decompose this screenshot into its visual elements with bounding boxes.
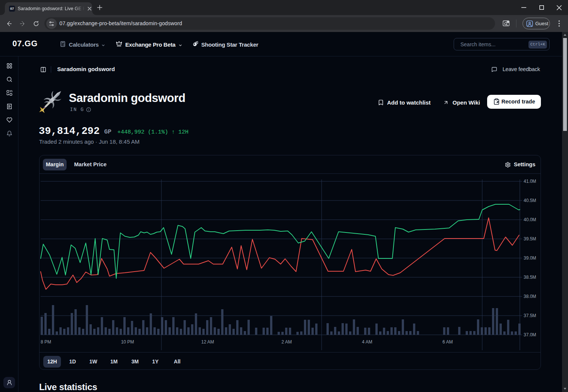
svg-text:40.5M: 40.5M: [524, 198, 536, 203]
svg-text:4 AM: 4 AM: [362, 339, 372, 345]
svg-text:10 PM: 10 PM: [121, 339, 134, 345]
svg-text:38.0M: 38.0M: [524, 294, 536, 299]
svg-text:37.0M: 37.0M: [524, 332, 536, 337]
svg-text:39.0M: 39.0M: [524, 255, 536, 261]
svg-text:2 AM: 2 AM: [281, 339, 292, 345]
svg-text:12 AM: 12 AM: [201, 339, 214, 345]
svg-text:37.5M: 37.5M: [524, 313, 536, 318]
svg-text:41.0M: 41.0M: [524, 179, 536, 184]
svg-text:8 PM: 8 PM: [41, 339, 51, 345]
svg-text:6 AM: 6 AM: [442, 339, 453, 345]
svg-text:38.5M: 38.5M: [524, 275, 536, 280]
svg-text:39.5M: 39.5M: [524, 236, 536, 242]
svg-text:40.0M: 40.0M: [524, 217, 536, 222]
